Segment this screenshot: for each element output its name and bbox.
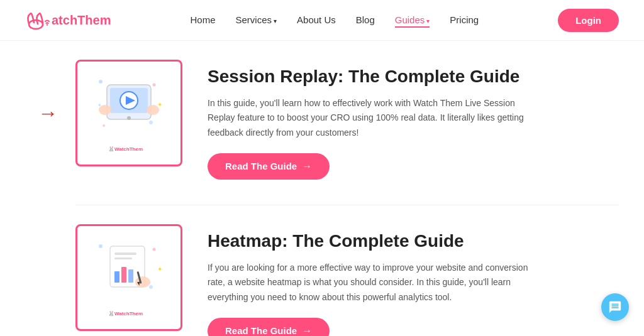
nav-links: Home Services▾ About Us Blog Guides▾ Pri… bbox=[190, 14, 479, 26]
nav-item-pricing[interactable]: Pricing bbox=[450, 14, 479, 26]
navbar: atchThem Home Services▾ About Us Blog Gu… bbox=[0, 0, 644, 41]
svg-point-19 bbox=[149, 285, 153, 289]
arrow-icon-1: → bbox=[302, 161, 312, 172]
svg-rect-25 bbox=[121, 267, 126, 283]
nav-item-blog[interactable]: Blog bbox=[356, 14, 375, 26]
nav-link-blog[interactable]: Blog bbox=[356, 14, 375, 25]
guide-image-box-1: ✦ ✦ bbox=[75, 60, 182, 166]
login-button[interactable]: Login bbox=[558, 9, 619, 32]
svg-rect-22 bbox=[114, 252, 136, 255]
guide-desc-1: In this guide, you'll learn how to effec… bbox=[208, 96, 535, 141]
svg-text:✦: ✦ bbox=[157, 101, 162, 108]
svg-point-17 bbox=[99, 244, 103, 248]
svg-text:🐰WatchThem: 🐰WatchThem bbox=[108, 146, 143, 152]
logo-text: atchThem bbox=[52, 13, 111, 28]
svg-point-3 bbox=[153, 84, 156, 87]
brand-label-2: 🐰WatchThem bbox=[107, 308, 151, 318]
nav-link-home[interactable]: Home bbox=[190, 14, 215, 25]
guide-image-box-2: ✦ bbox=[75, 224, 182, 331]
svg-point-15 bbox=[127, 116, 131, 120]
guide-card-heatmap: ✦ bbox=[75, 224, 619, 336]
svg-text:✦: ✦ bbox=[157, 266, 162, 273]
svg-point-5 bbox=[103, 124, 105, 127]
guide-image-wrapper-1: → ✦ ✦ bbox=[75, 60, 182, 166]
chat-bubble[interactable] bbox=[601, 293, 629, 321]
nav-link-guides[interactable]: Guides▾ bbox=[395, 14, 430, 28]
svg-rect-23 bbox=[114, 257, 132, 259]
brand-label-1: 🐰WatchThem bbox=[107, 144, 151, 154]
nav-link-services[interactable]: Services▾ bbox=[236, 14, 277, 25]
nav-link-about[interactable]: About Us bbox=[297, 14, 336, 25]
guide-card-session-replay: → ✦ ✦ bbox=[75, 60, 619, 180]
guide-image-wrapper-2: ✦ bbox=[75, 224, 182, 331]
svg-point-2 bbox=[99, 80, 103, 84]
logo-icon bbox=[25, 10, 52, 30]
svg-point-4 bbox=[149, 121, 153, 124]
read-guide-button-1[interactable]: Read The Guide → bbox=[208, 153, 330, 180]
svg-text:🐰WatchThem: 🐰WatchThem bbox=[108, 310, 143, 317]
svg-point-10 bbox=[99, 105, 111, 115]
guide-title-1: Session Replay: The Complete Guide bbox=[208, 66, 619, 87]
guide-text-1: Session Replay: The Complete Guide In th… bbox=[208, 60, 619, 180]
guide-title-2: Heatmap: The Complete Guide bbox=[208, 230, 619, 252]
nav-item-services[interactable]: Services▾ bbox=[236, 14, 277, 26]
session-replay-illustration: ✦ ✦ bbox=[91, 72, 167, 141]
arrow-icon-2: → bbox=[302, 325, 312, 336]
nav-item-guides[interactable]: Guides▾ bbox=[395, 14, 430, 26]
svg-rect-26 bbox=[128, 269, 133, 283]
svg-point-18 bbox=[153, 247, 156, 251]
svg-point-1 bbox=[47, 24, 48, 25]
guide-desc-2: If you are looking for a more effective … bbox=[208, 261, 535, 305]
svg-rect-24 bbox=[114, 271, 119, 283]
read-guide-button-2[interactable]: Read The Guide → bbox=[208, 318, 330, 336]
guide-text-2: Heatmap: The Complete Guide If you are l… bbox=[208, 224, 619, 336]
svg-point-27 bbox=[135, 276, 150, 288]
svg-point-0 bbox=[29, 20, 43, 29]
arrow-indicator: → bbox=[38, 102, 58, 125]
divider bbox=[75, 205, 619, 205]
main-content: → ✦ ✦ bbox=[0, 41, 644, 336]
logo[interactable]: atchThem bbox=[25, 10, 111, 30]
nav-item-home[interactable]: Home bbox=[190, 14, 215, 26]
nav-item-about[interactable]: About Us bbox=[297, 14, 336, 26]
chat-icon bbox=[608, 300, 622, 314]
svg-point-11 bbox=[147, 105, 159, 115]
heatmap-illustration: ✦ bbox=[91, 237, 167, 306]
nav-link-pricing[interactable]: Pricing bbox=[450, 14, 479, 25]
